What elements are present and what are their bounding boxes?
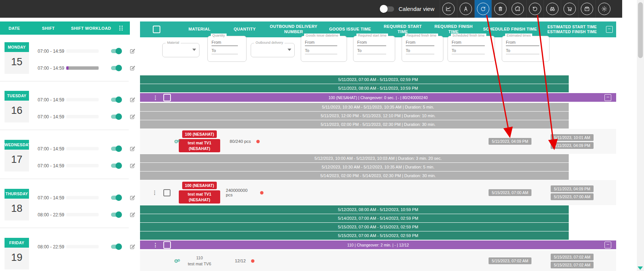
binoculars-icon [546,3,559,15]
archive-icon-button[interactable] [578,0,595,18]
toggle-knob [116,194,122,201]
estimated-times: 5/11/2023, 10:01 AM5/11/2023, 04:09 PM [551,134,594,149]
column-header-scheduled_finish: SCHEDULED FINISH TIME [478,27,542,32]
select-all-checkbox[interactable] [153,26,160,33]
refresh-icon-button[interactable] [474,0,492,18]
line-chart-icon-button[interactable] [440,0,457,18]
downtime-row: 5/12/2023, 10:00 AM - 5/12/2023, 10:03 A… [140,154,616,162]
sidebar-header: DATE SHIFT SHIFT WORKLOAD [0,21,130,35]
shift-workload-bar [66,66,99,70]
scrollbar-thumb[interactable] [638,2,643,58]
shift-rows: 08:00 - 22:59 [33,238,140,255]
toggle-knob [380,5,388,13]
filter-from-input[interactable]: From [357,40,386,46]
group-checkbox[interactable] [163,94,171,101]
alert-dot-icon [251,259,254,263]
filter-estimated-times[interactable]: Estimated timesFromTo [502,36,550,62]
shift-time-label: 07:00 - 14:59 [33,146,66,152]
shift-enabled-toggle[interactable] [111,213,121,217]
column-header-estimated: ESTIMATED START TIMEESTIMATED FINISH TIM… [542,24,602,34]
scroll-down-icon[interactable] [638,266,643,270]
filter-label: Required finish time [405,34,438,37]
cart-icon-button[interactable] [561,0,578,18]
edit-shift-icon[interactable] [129,48,136,55]
filter-to-input[interactable]: To [406,48,434,54]
filter-scheduled-finish-time[interactable]: Scheduled finish timeFromTo [448,36,495,62]
edit-shift-icon[interactable] [129,194,136,201]
kebab-menu-icon[interactable]: ⋮ [153,95,158,100]
row-checkbox[interactable] [163,189,171,196]
kebab-menu-icon[interactable]: ⋮ [153,242,158,248]
binoculars-icon-button[interactable] [544,0,561,18]
shift-enabled-toggle[interactable] [111,49,121,53]
trash-icon-button[interactable] [492,0,509,18]
shift-enabled-toggle[interactable] [111,245,121,249]
edit-shift-icon[interactable] [129,113,136,120]
estimated-times: 5/11/2023, 04:09 PM5/15/2023, 07:00 AM [551,185,594,200]
sidebar-menu-icon[interactable] [119,26,123,31]
edit-shift-icon[interactable] [129,96,136,103]
edit-shift-icon[interactable] [129,243,136,250]
filter-from-input[interactable]: From [506,40,539,46]
filter-to-input[interactable]: To [212,48,238,54]
puzzle-icon-button[interactable] [509,0,526,18]
shift-enabled-toggle[interactable] [111,147,121,151]
row-band-text: 5/11/2023, 08:00 AM - 5/11/2023, 10:59 P… [140,84,616,92]
group-collapse-button[interactable]: – [604,94,611,101]
drafting-icon-button[interactable] [457,0,474,18]
filter-from-input[interactable]: From [452,40,485,46]
filter-quantity[interactable]: QuantityFromTo [207,36,247,62]
vertical-scrollbar[interactable] [637,0,644,271]
filter-outbound-delivery[interactable]: Outbound delivery [251,43,295,57]
edit-shift-icon[interactable] [129,162,136,169]
filter-to-input[interactable]: To [506,48,539,54]
filter-material[interactable]: Material [162,43,199,57]
kebab-menu-icon[interactable]: ⋮ [152,190,157,195]
group-collapse-button[interactable]: – [604,242,611,248]
day-cell: THURSDAY18 [5,189,29,220]
shift-enabled-toggle[interactable] [111,196,121,200]
day-cell: FRIDAY19 [5,238,29,269]
row-band-text: 5/12/2023, 08:00 AM - 5/12/2023, 10:59 P… [140,205,616,214]
group-header-row[interactable]: ⋮100 (NESAHAT) | Changeover: 0 sec. | - … [140,93,616,102]
shift-enabled-toggle[interactable] [111,66,121,70]
edit-shift-icon[interactable] [129,211,136,218]
filter-from-input[interactable]: From [305,40,337,46]
filter-to-input[interactable]: To [305,48,337,54]
alert-dot-icon [260,191,263,194]
calendar-view-toggle[interactable] [381,6,394,12]
trash-icon [494,3,507,15]
filter-required-start-time[interactable]: Required start timeFromTo [353,36,395,62]
orders-table: MATERIALQUANTITYOUTBOUND DELIVERY NUMBER… [140,21,616,271]
filter-from-input[interactable]: From [406,40,434,46]
shift-row: 08:00 - 22:59 [33,238,140,255]
shift-row: 08:00 - 22:59 [33,206,140,223]
quantity-value: 80/240 pcs [230,139,251,144]
edit-shift-icon[interactable] [129,65,136,72]
day-block-wednesday: WEDNESDAY1707:00 - 14:5907:00 - 14:59 [0,138,140,173]
settings-icon-button[interactable] [595,0,613,18]
calendar-view-label: Calendar view [399,6,434,12]
filter-label: Quantity [211,34,227,37]
group-header-row[interactable]: ⋮110 | Changeover: 2 min. | - | 12/12– [140,240,616,249]
shift-time-label: 08:00 - 22:59 [33,244,66,250]
settings-icon [598,3,611,15]
edit-shift-icon[interactable] [129,145,136,152]
workload-segment [69,66,99,70]
row-band-text: 5/14/2023, 07:00 AM - 5/14/2023, 02:59 P… [140,214,616,222]
undo-icon-button[interactable] [526,0,544,18]
scheduled-finish-cell: 5/11/2023, 04:09 PM [478,138,542,145]
filter-required-finish-time[interactable]: Required finish timeFromTo [402,36,443,62]
shift-row: 07:00 - 14:59 [33,91,140,108]
group-checkbox[interactable] [163,241,171,249]
collapse-all-button[interactable]: – [606,26,613,33]
filter-goods-issue-datetime[interactable]: Goods issue datetimeFromTo [301,36,347,62]
toggle-knob [116,243,122,250]
filter-to-input[interactable]: To [357,48,386,54]
estimated-cell: 5/11/2023, 04:09 PM5/15/2023, 07:00 AM [542,185,602,200]
filter-to-input[interactable]: To [452,48,485,54]
shift-enabled-toggle[interactable] [111,164,121,168]
filter-from-input[interactable]: From [212,40,238,46]
shift-enabled-toggle[interactable] [111,115,121,119]
shift-enabled-toggle[interactable] [111,98,121,102]
